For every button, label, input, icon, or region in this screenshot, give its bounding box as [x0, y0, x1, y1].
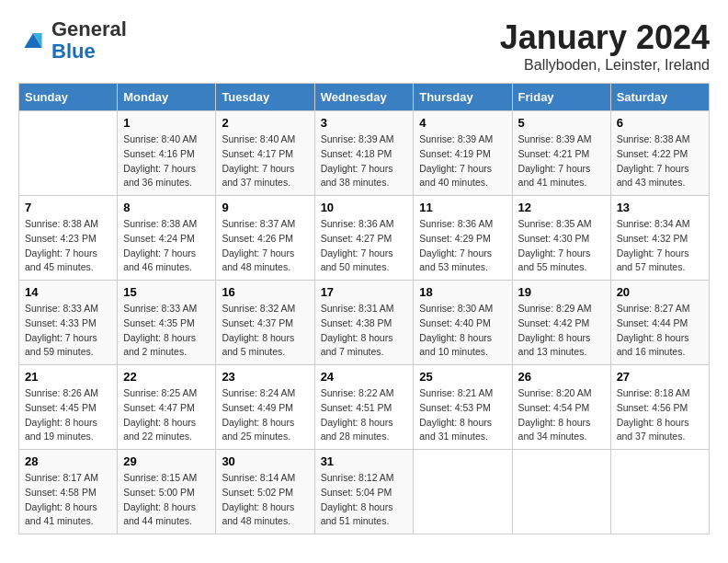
calendar-cell: 27Sunrise: 8:18 AMSunset: 4:56 PMDayligh…	[610, 365, 709, 450]
day-info: Sunrise: 8:39 AMSunset: 4:21 PMDaylight:…	[518, 132, 605, 190]
day-info: Sunrise: 8:20 AMSunset: 4:54 PMDaylight:…	[518, 386, 605, 444]
day-info: Sunrise: 8:12 AMSunset: 5:04 PMDaylight:…	[321, 471, 408, 529]
calendar-cell: 14Sunrise: 8:33 AMSunset: 4:33 PMDayligh…	[19, 281, 118, 365]
calendar-cell	[414, 450, 512, 534]
logo-icon	[18, 26, 48, 55]
day-info: Sunrise: 8:32 AMSunset: 4:37 PMDaylight:…	[222, 302, 308, 360]
calendar-cell: 11Sunrise: 8:36 AMSunset: 4:29 PMDayligh…	[414, 196, 512, 281]
day-info: Sunrise: 8:37 AMSunset: 4:26 PMDaylight:…	[222, 217, 308, 275]
week-row-3: 14Sunrise: 8:33 AMSunset: 4:33 PMDayligh…	[19, 281, 710, 365]
day-number: 11	[419, 201, 506, 214]
calendar-cell: 16Sunrise: 8:32 AMSunset: 4:37 PMDayligh…	[216, 281, 314, 365]
calendar-cell: 1Sunrise: 8:40 AMSunset: 4:16 PMDaylight…	[118, 111, 216, 196]
day-info: Sunrise: 8:17 AMSunset: 4:58 PMDaylight:…	[25, 471, 111, 529]
calendar-cell: 22Sunrise: 8:25 AMSunset: 4:47 PMDayligh…	[118, 365, 216, 450]
day-header-tuesday: Tuesday	[216, 84, 314, 111]
day-header-friday: Friday	[512, 84, 610, 111]
day-number: 27	[617, 370, 703, 384]
day-info: Sunrise: 8:40 AMSunset: 4:16 PMDaylight:…	[123, 132, 210, 190]
day-header-wednesday: Wednesday	[314, 84, 414, 111]
calendar-cell: 13Sunrise: 8:34 AMSunset: 4:32 PMDayligh…	[610, 196, 709, 281]
calendar-cell: 24Sunrise: 8:22 AMSunset: 4:51 PMDayligh…	[314, 365, 414, 450]
day-number: 4	[419, 116, 506, 130]
calendar-cell: 12Sunrise: 8:35 AMSunset: 4:30 PMDayligh…	[512, 196, 610, 281]
week-row-5: 28Sunrise: 8:17 AMSunset: 4:58 PMDayligh…	[19, 450, 710, 534]
day-info: Sunrise: 8:36 AMSunset: 4:27 PMDaylight:…	[321, 217, 408, 275]
day-number: 22	[123, 370, 210, 384]
day-number: 12	[518, 201, 605, 214]
calendar-cell: 9Sunrise: 8:37 AMSunset: 4:26 PMDaylight…	[216, 196, 314, 281]
page-header: General Blue January 2024 Ballyboden, Le…	[18, 18, 710, 74]
calendar-cell: 15Sunrise: 8:33 AMSunset: 4:35 PMDayligh…	[118, 281, 216, 365]
day-info: Sunrise: 8:34 AMSunset: 4:32 PMDaylight:…	[617, 217, 703, 275]
calendar-cell: 26Sunrise: 8:20 AMSunset: 4:54 PMDayligh…	[512, 365, 610, 450]
calendar-cell: 6Sunrise: 8:38 AMSunset: 4:22 PMDaylight…	[610, 111, 709, 196]
week-row-4: 21Sunrise: 8:26 AMSunset: 4:45 PMDayligh…	[19, 365, 710, 450]
calendar-cell: 5Sunrise: 8:39 AMSunset: 4:21 PMDaylight…	[512, 111, 610, 196]
day-number: 30	[222, 454, 308, 468]
calendar-cell: 30Sunrise: 8:14 AMSunset: 5:02 PMDayligh…	[216, 450, 314, 534]
day-number: 3	[321, 116, 408, 130]
calendar-cell: 2Sunrise: 8:40 AMSunset: 4:17 PMDaylight…	[216, 111, 314, 196]
day-info: Sunrise: 8:35 AMSunset: 4:30 PMDaylight:…	[518, 217, 605, 275]
day-info: Sunrise: 8:25 AMSunset: 4:47 PMDaylight:…	[123, 386, 210, 444]
calendar-cell: 4Sunrise: 8:39 AMSunset: 4:19 PMDaylight…	[414, 111, 512, 196]
day-info: Sunrise: 8:39 AMSunset: 4:19 PMDaylight:…	[419, 132, 506, 190]
calendar-cell: 7Sunrise: 8:38 AMSunset: 4:23 PMDaylight…	[19, 196, 118, 281]
day-header-monday: Monday	[118, 84, 216, 111]
day-info: Sunrise: 8:33 AMSunset: 4:35 PMDaylight:…	[123, 302, 210, 360]
calendar-cell: 31Sunrise: 8:12 AMSunset: 5:04 PMDayligh…	[314, 450, 414, 534]
calendar-cell: 17Sunrise: 8:31 AMSunset: 4:38 PMDayligh…	[314, 281, 414, 365]
day-number: 14	[25, 285, 111, 299]
calendar-header-row: SundayMondayTuesdayWednesdayThursdayFrid…	[19, 84, 710, 111]
day-number: 24	[321, 370, 408, 384]
calendar-cell	[610, 450, 709, 534]
day-number: 16	[222, 285, 308, 299]
calendar-cell: 19Sunrise: 8:29 AMSunset: 4:42 PMDayligh…	[512, 281, 610, 365]
logo-general-text: General	[51, 17, 127, 40]
day-info: Sunrise: 8:29 AMSunset: 4:42 PMDaylight:…	[518, 302, 605, 360]
day-info: Sunrise: 8:22 AMSunset: 4:51 PMDaylight:…	[321, 386, 408, 444]
calendar-cell: 29Sunrise: 8:15 AMSunset: 5:00 PMDayligh…	[118, 450, 216, 534]
day-info: Sunrise: 8:39 AMSunset: 4:18 PMDaylight:…	[321, 132, 408, 190]
month-title: January 2024	[500, 18, 710, 57]
day-number: 10	[321, 201, 408, 214]
day-info: Sunrise: 8:38 AMSunset: 4:24 PMDaylight:…	[123, 217, 210, 275]
day-header-thursday: Thursday	[414, 84, 512, 111]
day-info: Sunrise: 8:26 AMSunset: 4:45 PMDaylight:…	[25, 386, 111, 444]
day-number: 8	[123, 201, 210, 214]
day-number: 25	[419, 370, 506, 384]
day-info: Sunrise: 8:40 AMSunset: 4:17 PMDaylight:…	[222, 132, 308, 190]
day-number: 6	[617, 116, 703, 130]
day-number: 23	[222, 370, 308, 384]
location: Ballyboden, Leinster, Ireland	[500, 57, 710, 74]
logo: General Blue	[18, 18, 127, 63]
day-number: 15	[123, 285, 210, 299]
calendar-cell: 28Sunrise: 8:17 AMSunset: 4:58 PMDayligh…	[19, 450, 118, 534]
calendar-cell: 25Sunrise: 8:21 AMSunset: 4:53 PMDayligh…	[414, 365, 512, 450]
calendar-cell: 21Sunrise: 8:26 AMSunset: 4:45 PMDayligh…	[19, 365, 118, 450]
calendar-cell: 18Sunrise: 8:30 AMSunset: 4:40 PMDayligh…	[414, 281, 512, 365]
day-info: Sunrise: 8:33 AMSunset: 4:33 PMDaylight:…	[25, 302, 111, 360]
day-number: 7	[25, 201, 111, 214]
day-number: 2	[222, 116, 308, 130]
day-number: 5	[518, 116, 605, 130]
day-info: Sunrise: 8:27 AMSunset: 4:44 PMDaylight:…	[617, 302, 703, 360]
calendar-cell: 23Sunrise: 8:24 AMSunset: 4:49 PMDayligh…	[216, 365, 314, 450]
calendar-cell: 20Sunrise: 8:27 AMSunset: 4:44 PMDayligh…	[610, 281, 709, 365]
day-info: Sunrise: 8:31 AMSunset: 4:38 PMDaylight:…	[321, 302, 408, 360]
calendar-cell: 10Sunrise: 8:36 AMSunset: 4:27 PMDayligh…	[314, 196, 414, 281]
day-number: 20	[617, 285, 703, 299]
day-info: Sunrise: 8:14 AMSunset: 5:02 PMDaylight:…	[222, 471, 308, 529]
day-number: 19	[518, 285, 605, 299]
calendar-cell: 8Sunrise: 8:38 AMSunset: 4:24 PMDaylight…	[118, 196, 216, 281]
calendar-cell	[19, 111, 118, 196]
day-number: 17	[321, 285, 408, 299]
day-info: Sunrise: 8:30 AMSunset: 4:40 PMDaylight:…	[419, 302, 506, 360]
day-number: 18	[419, 285, 506, 299]
day-header-saturday: Saturday	[610, 84, 709, 111]
day-info: Sunrise: 8:38 AMSunset: 4:22 PMDaylight:…	[617, 132, 703, 190]
calendar-table: SundayMondayTuesdayWednesdayThursdayFrid…	[18, 83, 710, 534]
day-number: 26	[518, 370, 605, 384]
day-number: 21	[25, 370, 111, 384]
